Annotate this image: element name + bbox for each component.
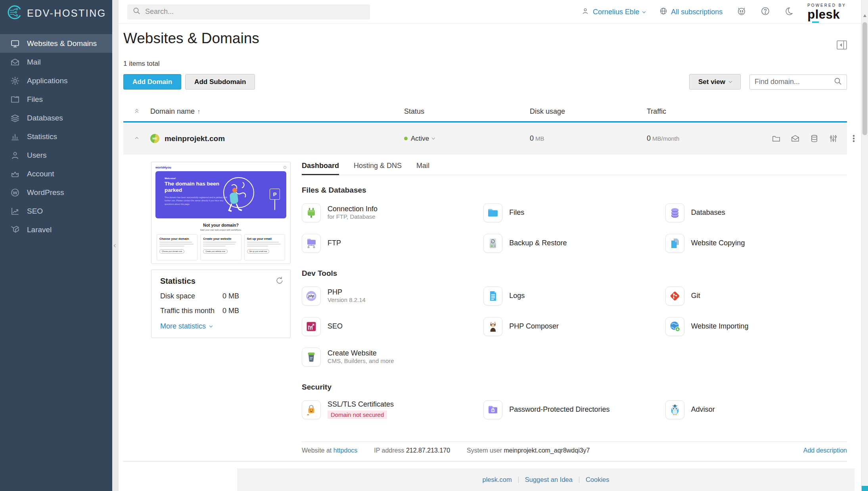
page-footer: plesk.com Suggest an Idea Cookies — [237, 468, 855, 491]
site-preview[interactable]: world4you Welcome! The domain has been p… — [151, 162, 291, 264]
tile-website-copying[interactable]: Website Copying — [665, 228, 847, 258]
add-description-link[interactable]: Add description — [803, 447, 847, 454]
php-composer-icon — [483, 317, 502, 336]
dark-mode-moon-icon[interactable] — [784, 7, 793, 17]
website-importing-icon — [665, 317, 684, 336]
footer-link-plesk[interactable]: plesk.com — [476, 476, 518, 483]
gear-icon — [10, 76, 20, 86]
tile-php[interactable]: php PHPVersion 8.2.14 — [302, 281, 483, 311]
mail-shortcut-icon[interactable] — [791, 134, 800, 143]
vertical-scrollbar[interactable] — [861, 0, 868, 491]
add-domain-button[interactable]: Add Domain — [123, 74, 181, 90]
tab-mail[interactable]: Mail — [416, 162, 429, 175]
sidebar-item-account[interactable]: Account — [0, 164, 112, 183]
find-domain-box[interactable] — [749, 75, 847, 90]
scrollbar-thumb[interactable] — [862, 22, 867, 135]
create-website-icon — [302, 348, 321, 367]
table-row[interactable]: ME meinprojekt.com Active 0MB 0MB/month — [123, 121, 847, 155]
tile-php-composer[interactable]: PHP Composer — [483, 311, 665, 342]
column-status[interactable]: Status — [404, 107, 530, 116]
website-copying-icon — [665, 234, 684, 253]
domain-not-secured-badge: Domain not secured — [328, 411, 387, 419]
sidebar-item-files[interactable]: Files — [0, 90, 112, 109]
collapse-all-rows[interactable] — [123, 109, 150, 114]
domain-card: ME meinprojekt.com Active 0MB 0MB/month — [123, 121, 847, 462]
tile-seo[interactable]: SEO — [302, 311, 483, 342]
help-icon[interactable] — [761, 6, 770, 17]
column-traffic[interactable]: Traffic — [647, 107, 772, 116]
system-user: meinprojekt.com_aqr8wdqi3y7 — [504, 447, 590, 454]
chevron-down-icon — [432, 136, 435, 139]
chevron-down-icon — [729, 79, 732, 82]
column-domain-name[interactable]: Domain name↑ — [150, 107, 404, 116]
sidebar-item-websites-domains[interactable]: Websites & Domains — [0, 34, 112, 53]
plesk-logo[interactable]: POWERED BY plesk — [807, 4, 846, 21]
tile-git[interactable]: Git — [665, 281, 847, 311]
tile-website-importing[interactable]: Website Importing — [665, 311, 847, 342]
statistics-title: Statistics — [160, 277, 282, 286]
tile-backup-restore[interactable]: Backup & Restore — [483, 228, 665, 258]
status-badge[interactable]: Active — [404, 135, 530, 143]
tile-connection-info[interactable]: Connection Infofor FTP, Database — [302, 197, 483, 228]
collapse-row-icon[interactable] — [123, 138, 150, 140]
tile-create-website[interactable]: Create WebsiteCMS, Builders, and more — [302, 342, 483, 372]
tile-ssl-certificates[interactable]: SSL/TLS CertificatesDomain not secured — [302, 394, 483, 425]
sidebar-item-statistics[interactable]: Statistics — [0, 127, 112, 146]
ftp-icon — [302, 234, 321, 253]
assistant-owl-icon[interactable] — [737, 6, 746, 17]
more-statistics-link[interactable]: More statistics — [160, 322, 282, 331]
crown-icon — [10, 169, 20, 179]
domain-name[interactable]: meinprojekt.com — [165, 134, 225, 143]
footer-link-cookies[interactable]: Cookies — [579, 476, 616, 483]
collapse-left-icon — [114, 244, 117, 247]
tile-files[interactable]: Files — [483, 197, 665, 228]
items-total: 1 items total — [123, 60, 847, 68]
files-shortcut-icon[interactable] — [772, 134, 781, 143]
sidebar-item-databases[interactable]: Databases — [0, 109, 112, 127]
scroll-corner-accent — [862, 486, 868, 491]
password-folder-icon — [483, 400, 502, 419]
scroll-up-arrow-icon[interactable] — [863, 14, 866, 17]
tile-ftp[interactable]: FTP — [302, 228, 483, 258]
tab-dashboard[interactable]: Dashboard — [302, 162, 339, 175]
backup-restore-icon — [483, 234, 502, 253]
status-dot-icon — [404, 137, 408, 140]
sidebar-item-applications[interactable]: Applications — [0, 71, 112, 90]
sidebar-item-mail[interactable]: Mail — [0, 53, 112, 71]
all-subscriptions-link[interactable]: All subscriptions — [659, 7, 722, 17]
set-view-button[interactable]: Set view — [689, 74, 741, 90]
user-icon — [10, 151, 20, 160]
search-input[interactable] — [145, 8, 364, 16]
preview-card-domain: Choose your domain Choose your domain no… — [157, 234, 197, 260]
search-icon — [834, 77, 842, 87]
kebab-menu-icon[interactable] — [853, 134, 855, 143]
connection-info-icon — [302, 203, 321, 222]
tile-databases[interactable]: Databases — [665, 197, 847, 228]
tile-password-protected-directories[interactable]: Password-Protected Directories — [483, 394, 665, 425]
stat-disk-space: Disk space 0 MB — [160, 292, 282, 300]
person-illustration — [226, 187, 243, 215]
footer-link-suggest-idea[interactable]: Suggest an Idea — [519, 476, 579, 483]
topbar: Cornelius Eble All subscriptions POWERED… — [119, 0, 861, 24]
database-shortcut-icon[interactable] — [810, 134, 819, 143]
settings-sliders-icon[interactable] — [829, 134, 838, 143]
add-subdomain-button[interactable]: Add Subdomain — [185, 74, 255, 90]
sidebar-item-seo[interactable]: SEO — [0, 202, 112, 220]
sidebar-collapse-handle[interactable] — [112, 0, 119, 491]
httpdocs-link[interactable]: httpdocs — [333, 447, 357, 454]
sidebar-item-wordpress[interactable]: WordPress — [0, 183, 112, 202]
tile-advisor[interactable]: Advisor — [665, 394, 847, 425]
tile-logs[interactable]: Logs — [483, 281, 665, 311]
sidebar-item-users[interactable]: Users — [0, 146, 112, 164]
refresh-icon[interactable] — [275, 276, 284, 287]
column-disk-usage[interactable]: Disk usage — [530, 107, 647, 116]
plesk-wordmark: plesk — [807, 8, 840, 21]
global-search[interactable] — [127, 4, 370, 19]
user-menu[interactable]: Cornelius Eble — [581, 7, 645, 17]
collapse-panel-icon[interactable] — [837, 40, 847, 51]
find-domain-input[interactable] — [755, 78, 834, 86]
brand-logo[interactable]: EDV-HOSTING — [0, 0, 112, 26]
preview-brand: world4you — [155, 166, 171, 169]
tab-hosting-dns[interactable]: Hosting & DNS — [354, 162, 402, 175]
sidebar-item-laravel[interactable]: Laravel — [0, 220, 112, 239]
